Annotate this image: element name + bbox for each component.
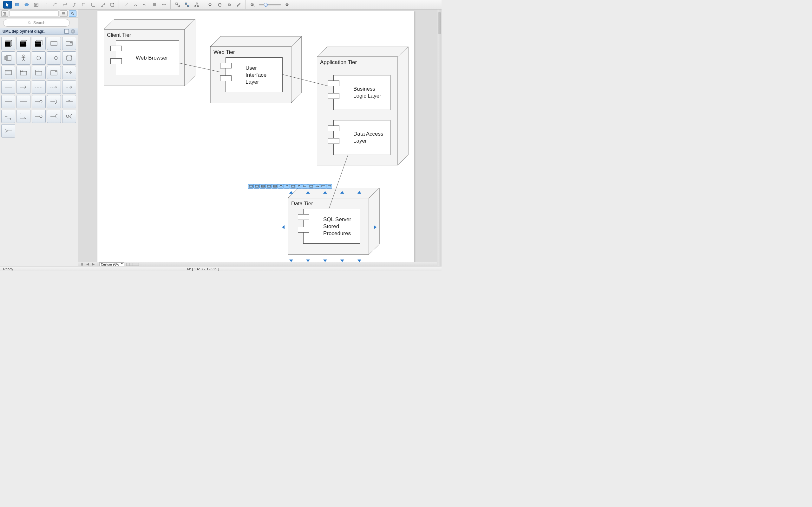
stencil-folder[interactable] <box>16 66 31 79</box>
line-tool-4[interactable] <box>150 1 159 9</box>
smart-action-4[interactable] <box>266 184 272 188</box>
sel-arrow-up-3[interactable] <box>323 191 327 193</box>
zoom-dropdown[interactable]: Custom 96% <box>99 262 124 266</box>
list-view-button[interactable] <box>60 10 67 17</box>
outline-view-icon[interactable] <box>1 10 8 17</box>
smart-action-6[interactable] <box>278 184 284 188</box>
sel-arrow-up-5[interactable] <box>357 191 361 193</box>
sel-arrow-up-4[interactable] <box>340 191 344 193</box>
stencil-line-dashed-open[interactable] <box>62 80 76 94</box>
line-tool-1[interactable] <box>121 1 131 9</box>
stencil-folder-2[interactable] <box>32 66 46 79</box>
stencil-search-input[interactable]: Search <box>3 19 70 26</box>
stencil-line-circle-2[interactable] <box>32 110 46 123</box>
stencil-circle[interactable] <box>32 51 46 65</box>
smart-action-7[interactable] <box>284 184 290 188</box>
stencil-database[interactable] <box>62 51 76 65</box>
stencil-node-3d-2[interactable] <box>16 37 31 50</box>
note-tool[interactable] <box>108 1 117 9</box>
component-web-browser[interactable]: Web Browser <box>116 40 179 75</box>
sel-arrow-left[interactable] <box>282 225 285 229</box>
stencil-arrow-dashed[interactable] <box>62 66 76 79</box>
stencil-actor[interactable] <box>16 51 31 65</box>
stencil-rect-hdr[interactable] <box>1 66 15 79</box>
stencil-line-socket[interactable] <box>47 95 61 108</box>
stencil-line-socket-2[interactable] <box>47 110 61 123</box>
stencil-assoc[interactable] <box>1 95 15 108</box>
smart-action-9[interactable] <box>296 184 302 188</box>
node-client-tier[interactable]: Client Tier Web Browser <box>104 19 196 87</box>
sel-arrow-up-1[interactable] <box>289 191 293 193</box>
smart-action-3[interactable] <box>260 184 266 188</box>
smart-action-2[interactable] <box>254 184 260 188</box>
smart-action-13[interactable] <box>320 184 326 188</box>
node-web-tier[interactable]: Web Tier User Interface Layer <box>210 37 302 104</box>
rectangle-tool[interactable] <box>13 1 21 9</box>
stencil-lollipop[interactable] <box>47 51 61 65</box>
stencil-merge[interactable] <box>1 124 15 137</box>
pencil-tool[interactable] <box>235 1 243 9</box>
smart-action-11[interactable] <box>308 184 314 188</box>
component-ui-layer[interactable]: User Interface Layer <box>225 57 283 92</box>
sel-arrow-right[interactable] <box>374 225 376 229</box>
stencil-assoc-2[interactable] <box>16 95 31 108</box>
stencil-rect-tab[interactable] <box>62 37 76 50</box>
stencil-header[interactable]: UML deployment diagr... × <box>0 28 78 35</box>
sel-arrow-up-2[interactable] <box>306 191 310 193</box>
smart-action-12[interactable] <box>314 184 320 188</box>
component-data-access[interactable]: Data Access Layer <box>334 120 391 155</box>
line-tool-2[interactable] <box>131 1 140 9</box>
node-application-tier[interactable]: Application Tier Business Logic Layer Da… <box>317 47 409 166</box>
connector-straight[interactable] <box>41 1 50 9</box>
stencil-pin-icon[interactable] <box>64 29 69 34</box>
connector-orth-2[interactable] <box>70 1 79 9</box>
node-data-tier[interactable]: Data Tier SQL Server Stored Procedures <box>288 188 380 255</box>
stencil-line-dashed[interactable] <box>32 80 46 94</box>
outline-filter-input[interactable] <box>9 10 59 17</box>
diagram-page[interactable]: Client Tier Web Browser Web Tier <box>97 11 414 266</box>
connector-orth-3[interactable] <box>79 1 88 9</box>
ellipse-tool[interactable] <box>22 1 31 9</box>
zoom-slider[interactable] <box>259 4 281 5</box>
stencil-line-plain[interactable] <box>1 80 15 94</box>
stencil-close-icon[interactable]: × <box>71 29 75 34</box>
pointer-tool[interactable] <box>3 1 12 9</box>
stencil-line-arrow[interactable] <box>16 80 31 94</box>
layout-3[interactable] <box>192 1 201 9</box>
component-sql-sp[interactable]: SQL Server Stored Procedures <box>303 209 360 244</box>
view-segments[interactable] <box>126 263 139 266</box>
page-prev[interactable]: ◀ <box>86 262 90 266</box>
layout-1[interactable] <box>173 1 182 9</box>
connector-orth-1[interactable] <box>60 1 69 9</box>
component-business-logic[interactable]: Business Logic Layer <box>334 75 391 110</box>
smart-action-14[interactable] <box>326 184 332 188</box>
stencil-node-3d-3[interactable] <box>32 37 46 50</box>
smart-action-5[interactable] <box>272 184 278 188</box>
connector-curved[interactable] <box>51 1 60 9</box>
scrollbar-thumb[interactable] <box>438 12 441 34</box>
line-tool-3[interactable] <box>141 1 149 9</box>
stencil-box-tab[interactable] <box>47 66 61 79</box>
zoom-out-button[interactable] <box>248 1 257 9</box>
stencil-rect[interactable] <box>47 37 61 50</box>
stencil-connector-dashed-orth[interactable] <box>1 110 15 123</box>
smart-action-1[interactable] <box>248 184 254 188</box>
zoom-in-button[interactable] <box>283 1 292 9</box>
connector-orth-4[interactable] <box>89 1 98 9</box>
search-view-button[interactable] <box>69 10 77 17</box>
stencil-ball-socket[interactable] <box>62 110 76 123</box>
pan-tool[interactable] <box>215 1 224 9</box>
vertical-scrollbar[interactable] <box>437 9 442 266</box>
page-pause[interactable]: ⏸ <box>80 262 84 266</box>
smart-action-8[interactable] <box>290 184 296 188</box>
page-next[interactable]: ▶ <box>91 262 95 266</box>
line-tool-5[interactable] <box>159 1 168 9</box>
layout-2[interactable] <box>183 1 192 9</box>
stencil-line-dashed-arrow[interactable] <box>47 80 61 94</box>
connector-orth-5[interactable] <box>98 1 107 9</box>
stamp-tool[interactable] <box>225 1 234 9</box>
zoom-tool[interactable] <box>206 1 215 9</box>
smart-action-10[interactable] <box>302 184 308 188</box>
stencil-component[interactable] <box>1 51 15 65</box>
zoom-slider-thumb[interactable] <box>264 3 268 7</box>
